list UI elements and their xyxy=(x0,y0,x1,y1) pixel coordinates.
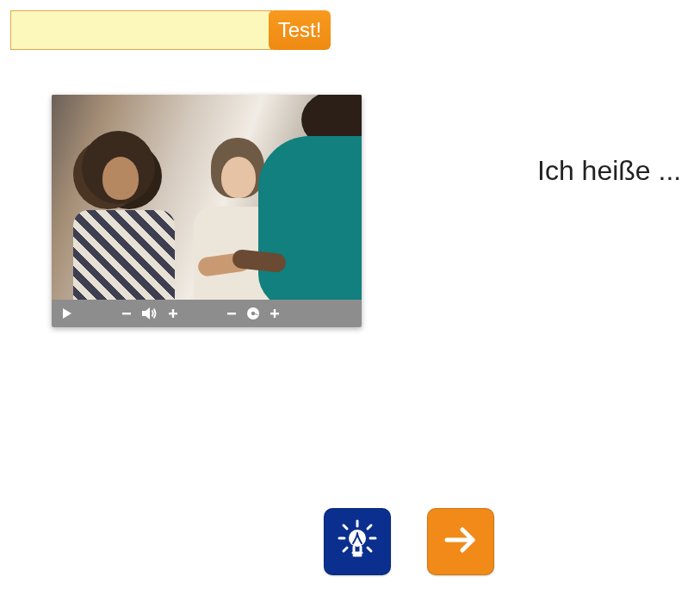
svg-point-5 xyxy=(251,312,255,315)
svg-line-10 xyxy=(344,525,347,529)
svg-rect-7 xyxy=(274,309,276,318)
test-button[interactable]: Test! xyxy=(269,10,331,50)
media-controls xyxy=(52,300,362,327)
speed-plus-icon[interactable] xyxy=(269,307,281,319)
svg-line-11 xyxy=(368,525,371,529)
lightbulb-icon xyxy=(335,518,380,566)
prompt-text: Ich heiße ... xyxy=(537,155,681,187)
arrow-right-icon xyxy=(438,518,483,566)
speed-icon[interactable] xyxy=(246,307,260,320)
svg-rect-3 xyxy=(227,313,236,314)
next-button[interactable] xyxy=(427,508,494,575)
play-icon[interactable] xyxy=(60,307,74,320)
volume-plus-icon[interactable] xyxy=(167,307,179,319)
lesson-image xyxy=(52,95,362,300)
media-card xyxy=(52,95,362,327)
volume-minus-icon[interactable] xyxy=(121,307,133,319)
svg-line-15 xyxy=(368,548,371,551)
svg-line-14 xyxy=(344,548,347,551)
svg-point-8 xyxy=(349,530,366,547)
hint-button[interactable] xyxy=(324,508,391,575)
volume-icon[interactable] xyxy=(141,307,158,320)
answer-input[interactable] xyxy=(10,10,272,50)
speed-minus-icon[interactable] xyxy=(226,307,238,319)
svg-rect-0 xyxy=(122,313,131,314)
svg-rect-2 xyxy=(172,309,174,318)
